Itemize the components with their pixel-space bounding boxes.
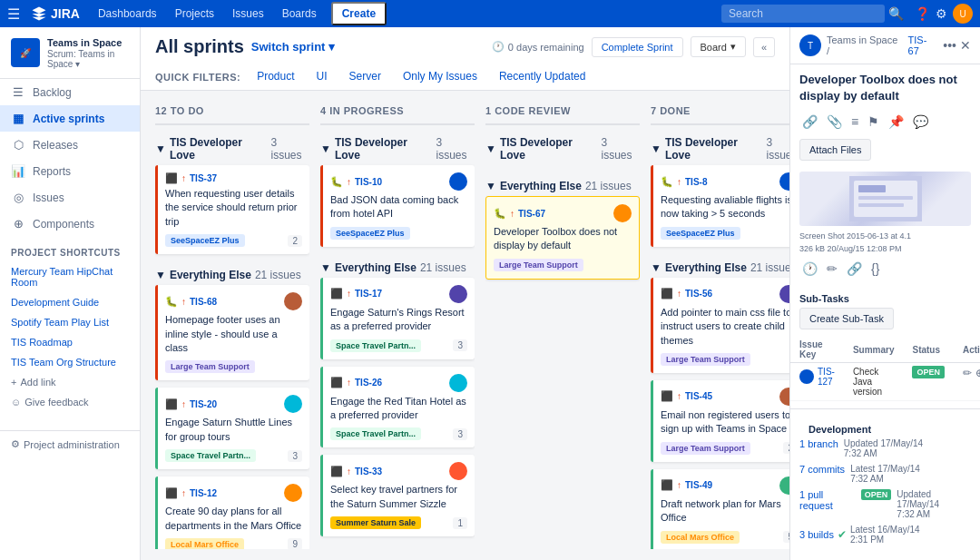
sprint-group-header[interactable]: ▼ TIS Developer Love 3 issues (320, 133, 475, 165)
user-avatar[interactable]: U (953, 4, 973, 24)
sprint-group-everything-done: ▼ Everything Else 21 issues ⬛ ↑ TIS-56 A… (651, 258, 789, 549)
history-icon[interactable]: 🕐 (799, 259, 820, 279)
project-admin-button[interactable]: ⚙ Project administration (0, 430, 140, 457)
code-icon[interactable]: {} (868, 259, 882, 279)
board-button[interactable]: Board ▾ (691, 36, 746, 57)
settings-icon[interactable]: ⚙ (936, 6, 947, 21)
create-button[interactable]: Create (331, 2, 387, 25)
pin-icon[interactable]: 📌 (886, 112, 906, 132)
priority-icon: ↑ (677, 177, 681, 187)
create-subtask-button[interactable]: Create Sub-Task (799, 308, 894, 329)
card-tis-26[interactable]: ⬛ ↑ TIS-26 Engage the Red Titan Hotel as… (320, 367, 475, 448)
workflow-icon[interactable]: ≡ (848, 112, 861, 132)
card-tis-10[interactable]: 🐛 ↑ TIS-10 Bad JSON data coming back fro… (320, 165, 475, 247)
admin-label: Project administration (24, 439, 120, 450)
sidebar-item-backlog[interactable]: ☰ Backlog (0, 79, 140, 105)
commits-link[interactable]: 7 commits (799, 464, 845, 475)
sprint-group-header[interactable]: ▼ Everything Else 21 issues (485, 176, 640, 196)
card-tis-8[interactable]: 🐛 ↑ TIS-8 Requesting avaliable flights i… (651, 165, 789, 247)
attach-icon[interactable]: 📎 (824, 112, 845, 132)
card-tis-68[interactable]: 🐛 ↑ TIS-68 Homepage footer uses an inlin… (155, 285, 309, 380)
give-feedback-button[interactable]: ☺ Give feedback (0, 392, 140, 412)
link-icon[interactable]: 🔗 (799, 112, 820, 132)
flag-icon[interactable]: ⚑ (865, 112, 882, 132)
more-options-icon[interactable]: ••• (943, 38, 956, 53)
complete-sprint-button[interactable]: Complete Sprint (592, 37, 683, 57)
branch-link[interactable]: 1 branch (799, 438, 838, 449)
dev-branch: 1 branch Updated 17/May/147:32 AM (799, 438, 971, 458)
priority-icon: ↑ (347, 467, 351, 476)
card-tis-45[interactable]: ⬛ ↑ TIS-45 Email non registered users to… (651, 380, 789, 462)
edit-subtask-icon[interactable]: ✏ (963, 367, 972, 379)
shortcut-roadmap[interactable]: TIS Roadmap (0, 332, 140, 352)
close-icon[interactable]: ✕ (960, 38, 971, 53)
card-tis-12[interactable]: ⬛ ↑ TIS-12 Create 90 day plans for all d… (155, 476, 309, 549)
filter-product[interactable]: Product (248, 64, 303, 90)
projects-menu[interactable]: Projects (168, 4, 221, 24)
subtask-table: Issue Key Summary Status Actions TIS-127… (790, 337, 980, 401)
switch-sprint-button[interactable]: Switch sprint ▾ (251, 40, 335, 54)
card-tis-56[interactable]: ⬛ ↑ TIS-56 Add pointer to main css file … (651, 278, 789, 373)
sprint-group-everything-else-header[interactable]: ▼ Everything Else 21 issues (155, 265, 309, 285)
team-icon: 🚀 (11, 38, 40, 67)
sidebar-item-issues[interactable]: ◎ Issues (0, 184, 140, 211)
sidebar-item-reports[interactable]: 📊 Reports (0, 158, 140, 184)
issue-count: 21 issues (255, 269, 301, 281)
sidebar-item-components[interactable]: ⊕ Components (0, 211, 140, 237)
delete-subtask-icon[interactable]: ⊕ (975, 367, 980, 379)
branch-meta: Updated 17/May/147:32 AM (844, 438, 923, 458)
col-summary: Summary (844, 337, 904, 363)
sidebar-item-releases[interactable]: ⬡ Releases (0, 132, 140, 158)
edit-icon[interactable]: ✏ (824, 259, 840, 279)
comment-icon[interactable]: 💬 (910, 112, 931, 132)
header-title-group: All sprints Switch sprint ▾ (155, 36, 335, 57)
card-count: 2 (783, 442, 789, 454)
card-tis-67[interactable]: 🐛 ↑ TIS-67 Developer Toolbox does not di… (485, 196, 640, 280)
filter-recently-updated[interactable]: Recently Updated (490, 64, 594, 90)
boards-menu[interactable]: Boards (275, 4, 324, 24)
detail-issue-link[interactable]: TIS-67 (908, 34, 938, 56)
shortcut-spotify[interactable]: Spotify Team Play List (0, 312, 140, 332)
sprint-group-header[interactable]: ▼ Everything Else 21 issues (651, 258, 789, 278)
dashboards-menu[interactable]: Dashboards (91, 4, 164, 24)
card-tis-49[interactable]: ⬛ ↑ TIS-49 Draft network plan for Mars O… (651, 469, 789, 549)
builds-link[interactable]: 3 builds (799, 529, 834, 540)
dev-builds: 3 builds ✔ Latest 16/May/142:31 PM (799, 525, 971, 545)
add-link-button[interactable]: + Add link (0, 372, 140, 392)
shortcut-hipchat[interactable]: Mercury Team HipChat Room (0, 261, 140, 292)
attach-files-button[interactable]: Attach Files (799, 139, 871, 161)
quick-filters-label: QUICK FILTERS: (155, 72, 240, 83)
priority-icon: ↑ (181, 488, 186, 498)
feedback-icon: ☺ (11, 397, 21, 408)
sprint-group-header[interactable]: ▼ TIS Developer Love 3 issues (485, 133, 640, 165)
search-input[interactable] (721, 5, 885, 23)
card-key: ⬛ ↑ TIS-20 (165, 395, 302, 413)
issues-menu[interactable]: Issues (225, 4, 271, 24)
pull-request-link[interactable]: 1 pull request (799, 489, 856, 511)
card-footer: Space Travel Partn... 3 (330, 339, 467, 352)
sidebar-item-active-sprints[interactable]: ▦ Active sprints (0, 105, 140, 132)
link2-icon[interactable]: 🔗 (844, 259, 865, 279)
sprint-group-header[interactable]: ▼ TIS Developer Love 3 issues (651, 133, 789, 165)
card-tis-37[interactable]: ⬛ ↑ TIS-37 When requesting user details … (155, 165, 309, 254)
filter-only-my-issues[interactable]: Only My Issues (394, 64, 486, 90)
subtask-key-link[interactable]: TIS-127 (818, 367, 835, 387)
page-header: All sprints Switch sprint ▾ 🕐 0 days rem… (141, 27, 789, 91)
card-tis-20[interactable]: ⬛ ↑ TIS-20 Engage Saturn Shuttle Lines f… (155, 388, 309, 469)
filter-server[interactable]: Server (340, 64, 390, 90)
shortcut-devguide[interactable]: Development Guide (0, 292, 140, 312)
collapse-button[interactable]: « (753, 37, 775, 57)
search-icon[interactable]: 🔍 (888, 6, 904, 21)
sprint-group-header[interactable]: ▼ Everything Else 21 issues (320, 258, 475, 278)
sprint-group-header[interactable]: ▼ TIS Developer Love 3 issues (155, 133, 309, 165)
card-tis-33[interactable]: ⬛ ↑ TIS-33 Select key travel partners fo… (320, 455, 475, 536)
hamburger-icon[interactable]: ☰ (7, 5, 20, 23)
card-tis-17[interactable]: ⬛ ↑ TIS-17 Engage Saturn's Rings Resort … (320, 278, 475, 359)
sidebar: 🚀 Teams in Space Scrum: Teams in Space ▾… (0, 27, 141, 560)
column-done-header: 7 Done (651, 102, 789, 125)
filter-ui[interactable]: UI (308, 64, 337, 90)
pull-request-meta: Updated 17/May/147:32 AM (897, 489, 971, 519)
help-icon[interactable]: ❓ (915, 6, 930, 21)
detail-action-icons: 🕐 ✏ 🔗 {} (790, 255, 980, 286)
shortcut-org[interactable]: TIS Team Org Structure (0, 352, 140, 372)
